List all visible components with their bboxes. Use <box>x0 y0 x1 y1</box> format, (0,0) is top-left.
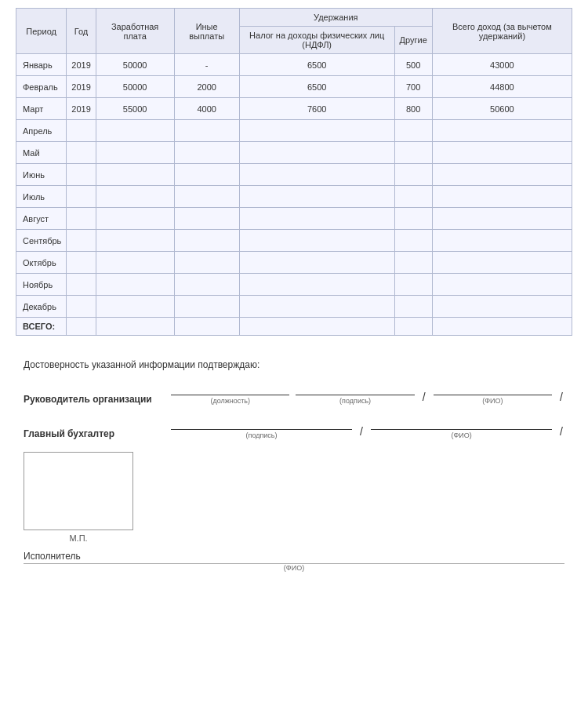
total-other-ded <box>394 318 432 336</box>
director-name-line <box>434 383 552 395</box>
cell-other <box>174 186 239 208</box>
confirmation-section: Достоверность указанной информации подтв… <box>16 359 572 572</box>
table-row: Январь 2019 50000 - 6500 500 43000 <box>16 54 572 76</box>
accountant-name-group: (ФИО) <box>371 417 552 439</box>
cell-total <box>432 186 572 208</box>
table-row: Июль <box>16 186 572 208</box>
cell-other <box>174 230 239 252</box>
cell-total <box>432 142 572 164</box>
cell-salary <box>96 230 174 252</box>
header-ndfl: Налог на доходы физических лиц (НДФЛ) <box>239 27 394 54</box>
cell-salary <box>96 296 174 318</box>
table-row: Февраль 2019 50000 2000 6500 700 44800 <box>16 76 572 98</box>
cell-year: 2019 <box>67 98 96 120</box>
cell-other-ded <box>394 274 432 296</box>
cell-year <box>67 186 96 208</box>
cell-ndfl: 6500 <box>239 54 394 76</box>
director-row: Руководитель организации (должность) (по… <box>24 383 564 405</box>
cell-year <box>67 142 96 164</box>
cell-other-ded <box>394 142 432 164</box>
cell-ndfl <box>239 164 394 186</box>
table-row: Март 2019 55000 4000 7600 800 50600 <box>16 98 572 120</box>
header-salary: Заработная плата <box>96 9 174 54</box>
header-other-payments: Иные выплаты <box>174 9 239 54</box>
cell-other-ded <box>394 120 432 142</box>
cell-year <box>67 230 96 252</box>
director-signature-group: (подпись) <box>296 383 414 405</box>
cell-period: Май <box>16 142 67 164</box>
total-row: ВСЕГО: <box>16 318 572 336</box>
header-year: Год <box>67 9 96 54</box>
accountant-slash: / <box>358 425 365 439</box>
cell-year <box>67 252 96 274</box>
confirmation-text: Достоверность указанной информации подтв… <box>24 359 564 370</box>
director-slash: / <box>421 391 427 405</box>
cell-period: Декабрь <box>16 296 67 318</box>
cell-ndfl <box>239 208 394 230</box>
cell-year <box>67 164 96 186</box>
cell-ndfl <box>239 274 394 296</box>
cell-ndfl <box>239 142 394 164</box>
director-signature-line <box>296 383 414 395</box>
total-year <box>67 318 96 336</box>
table-row: Сентябрь <box>16 230 572 252</box>
cell-salary <box>96 208 174 230</box>
cell-year <box>67 208 96 230</box>
cell-other-ded: 500 <box>394 54 432 76</box>
cell-total <box>432 252 572 274</box>
cell-other-ded <box>394 186 432 208</box>
cell-period: Февраль <box>16 76 67 98</box>
cell-ndfl <box>239 186 394 208</box>
total-total <box>432 318 572 336</box>
director-position-hint: (должность) <box>210 397 250 405</box>
cell-period: Июль <box>16 186 67 208</box>
header-deductions-group: Удержания <box>239 9 432 27</box>
cell-period: Ноябрь <box>16 274 67 296</box>
cell-year: 2019 <box>67 76 96 98</box>
cell-period: Август <box>16 208 67 230</box>
cell-salary <box>96 120 174 142</box>
header-period: Период <box>16 9 67 54</box>
director-slash2: / <box>558 391 564 405</box>
cell-ndfl <box>239 252 394 274</box>
cell-total <box>432 230 572 252</box>
cell-period: Апрель <box>16 120 67 142</box>
cell-other <box>174 164 239 186</box>
cell-ndfl: 6500 <box>239 76 394 98</box>
table-row: Июнь <box>16 164 572 186</box>
table-row: Апрель <box>16 120 572 142</box>
cell-total: 50600 <box>432 98 572 120</box>
cell-other: 4000 <box>174 98 239 120</box>
cell-other: 2000 <box>174 76 239 98</box>
cell-other-ded <box>394 230 432 252</box>
accountant-name-line <box>371 417 552 430</box>
cell-ndfl <box>239 230 394 252</box>
accountant-signature-hint: (подпись) <box>246 431 278 439</box>
executor-label: Исполнитель <box>24 551 564 562</box>
cell-other-ded <box>394 164 432 186</box>
cell-year <box>67 120 96 142</box>
cell-other <box>174 252 239 274</box>
cell-period: Январь <box>16 54 67 76</box>
cell-salary: 50000 <box>96 54 174 76</box>
accountant-signature-group: (подпись) <box>171 417 352 439</box>
cell-total <box>432 120 572 142</box>
accountant-slash2: / <box>558 425 564 439</box>
cell-period: Октябрь <box>16 252 67 274</box>
cell-other: - <box>174 54 239 76</box>
cell-salary <box>96 164 174 186</box>
cell-ndfl <box>239 120 394 142</box>
director-name-hint: (ФИО) <box>482 397 503 405</box>
cell-total <box>432 296 572 318</box>
accountant-name-hint: (ФИО) <box>451 431 471 439</box>
executor-row: Исполнитель <box>24 551 564 564</box>
executor-hint: (ФИО) <box>216 564 372 572</box>
cell-salary <box>96 186 174 208</box>
cell-other <box>174 142 239 164</box>
director-signature-hint: (подпись) <box>339 397 371 405</box>
cell-salary <box>96 252 174 274</box>
cell-salary: 50000 <box>96 76 174 98</box>
stamp-label: М.П. <box>24 533 133 543</box>
stamp-box <box>24 452 133 530</box>
table-row: Май <box>16 142 572 164</box>
